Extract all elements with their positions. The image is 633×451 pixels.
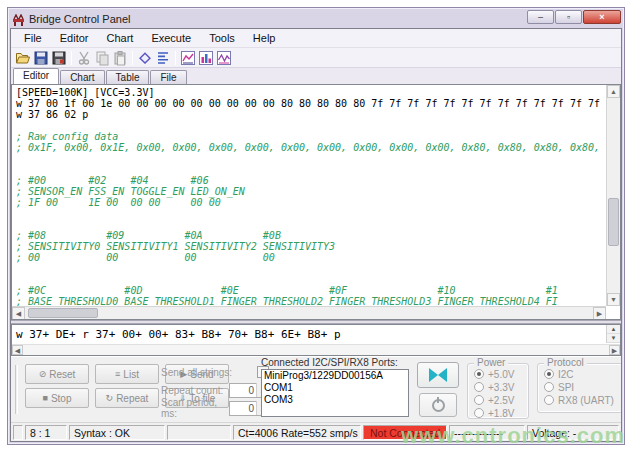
- code-editor[interactable]: [SPEED=100K] [VCC=3.3V] w 37 00 1f 00 1e…: [11, 84, 621, 320]
- open-icon[interactable]: [14, 49, 32, 66]
- graph-icon-3[interactable]: [215, 49, 233, 66]
- radio-icon: [474, 382, 484, 392]
- port-list-item[interactable]: COM1: [262, 382, 408, 394]
- reset-button[interactable]: ⊘Reset: [25, 364, 89, 384]
- port-list-item[interactable]: COM3: [262, 394, 408, 406]
- command-horizontal-scrollbar[interactable]: ◀ ▶: [12, 344, 620, 355]
- editor-line: [16, 208, 606, 219]
- title-bar[interactable]: Bridge Control Panel – ▫ ×: [10, 10, 622, 28]
- maximize-button[interactable]: ▫: [555, 10, 582, 24]
- toolbar-separator: [132, 51, 133, 65]
- scroll-left-icon[interactable]: ◀: [12, 307, 25, 320]
- connect-icon: [429, 368, 438, 382]
- menu-tools[interactable]: Tools: [200, 30, 244, 46]
- tab-file[interactable]: File: [150, 70, 186, 84]
- protocol-group: Protocol I2C SPI RX8 (UART): [537, 363, 622, 413]
- editor-line: [16, 120, 606, 131]
- radio-icon: [544, 395, 554, 405]
- menu-chart[interactable]: Chart: [97, 30, 142, 46]
- save-icon[interactable]: [32, 49, 50, 66]
- editor-line: ; 1F 00 1E 00 00 00 00 00: [16, 197, 606, 208]
- radio-3v3[interactable]: +3.3V: [474, 381, 528, 393]
- copy-icon[interactable]: [93, 49, 111, 66]
- editor-line: ; SENSITIVITY0 SENSITIVITY1 SENSITIVITY2…: [16, 241, 606, 252]
- command-spinner[interactable]: ▲ ▼: [606, 325, 620, 343]
- toolbar-separator: [71, 51, 72, 65]
- radio-icon: [474, 408, 484, 418]
- repeat-icon: ↻: [106, 393, 114, 403]
- client-area: File Editor Chart Execute Tools Help: [10, 28, 622, 442]
- status-empty-cell: [167, 425, 231, 440]
- status-dashes: --------------: [449, 425, 525, 440]
- scroll-right-icon[interactable]: ▶: [593, 307, 606, 320]
- status-ratio: 8 : 1: [25, 425, 67, 440]
- radio-selected-icon: [474, 369, 484, 379]
- menu-file[interactable]: File: [15, 30, 51, 46]
- status-connection-badge: Not Connected: [363, 425, 447, 440]
- repeat-count-value[interactable]: 0: [230, 385, 256, 396]
- editor-line: ; Raw config data: [16, 131, 606, 142]
- scroll-thumb[interactable]: [608, 198, 619, 246]
- editor-line: [16, 274, 606, 285]
- radio-2v5[interactable]: +2.5V: [474, 394, 528, 406]
- menu-editor[interactable]: Editor: [51, 30, 98, 46]
- cut-icon[interactable]: [75, 49, 93, 66]
- paste-icon[interactable]: [111, 49, 129, 66]
- editor-line: ; 00 00 00 00: [16, 252, 606, 263]
- editor-line: ; 0x1F, 0x00, 0x1E, 0x00, 0x00, 0x00, 0x…: [16, 142, 606, 153]
- spin-down-icon[interactable]: ▼: [607, 334, 620, 343]
- tab-bar: Editor Chart Table File: [11, 68, 621, 84]
- editor-vertical-scrollbar[interactable]: ▲ ▼: [606, 85, 620, 306]
- radio-rx8-uart[interactable]: RX8 (UART): [544, 394, 622, 406]
- save-all-icon[interactable]: [50, 49, 68, 66]
- ports-section: Connected I2C/SPI/RX8 Ports: MiniProg3/1…: [261, 357, 411, 417]
- editor-line: ; BASE_THRESHOLD0 BASE_THRESHOLD1 FINGER…: [16, 296, 606, 306]
- list-view-icon[interactable]: [154, 49, 172, 66]
- scroll-down-icon[interactable]: ▼: [607, 293, 620, 306]
- radio-1v8[interactable]: +1.8V: [474, 407, 528, 419]
- repeat-button[interactable]: ↻Repeat: [95, 388, 159, 408]
- ports-listbox[interactable]: MiniProg3/1229DD00156A COM1 COM3: [261, 369, 409, 417]
- minimize-button[interactable]: –: [527, 10, 554, 24]
- scroll-right-icon[interactable]: ▶: [609, 345, 620, 355]
- port-list-item[interactable]: MiniProg3/1229DD00156A: [262, 370, 408, 382]
- panel-grip: [15, 365, 18, 414]
- tab-chart[interactable]: Chart: [60, 70, 104, 84]
- menu-execute[interactable]: Execute: [142, 30, 200, 46]
- menu-help[interactable]: Help: [244, 30, 285, 46]
- graph-icon-1[interactable]: [179, 49, 197, 66]
- radio-5v[interactable]: +5.0V: [474, 368, 528, 380]
- stop-button[interactable]: ■Stop: [25, 388, 89, 408]
- graph-icon-2[interactable]: [197, 49, 215, 66]
- editor-horizontal-scrollbar[interactable]: ◀ ▶: [12, 306, 606, 319]
- radio-i2c[interactable]: I2C: [544, 368, 622, 380]
- power-toggle-button[interactable]: [419, 393, 457, 417]
- editor-line: [16, 164, 606, 175]
- editor-line: [16, 263, 606, 274]
- connect-button[interactable]: [417, 362, 459, 388]
- status-sample-rate: Ct=4006 Rate=552 smp/s: [233, 425, 361, 440]
- toolbar-separator: [175, 51, 176, 65]
- command-input[interactable]: w 37+ DE+ r 37+ 00+ 00+ 83+ B8+ 70+ B8+ …: [11, 324, 621, 356]
- scan-period-value[interactable]: 0: [230, 403, 256, 414]
- list-icon: ≡: [115, 369, 120, 379]
- tab-table[interactable]: Table: [106, 70, 150, 84]
- screenshot: Bridge Control Panel – ▫ × File Editor C…: [0, 0, 633, 451]
- list-button[interactable]: ≡List: [95, 364, 159, 384]
- close-button[interactable]: ×: [583, 10, 621, 24]
- tab-editor[interactable]: Editor: [13, 68, 59, 84]
- validate-icon[interactable]: [136, 49, 154, 66]
- status-voltage: Voltage: -: [527, 425, 619, 440]
- editor-text[interactable]: [SPEED=100K] [VCC=3.3V] w 37 00 1f 00 1e…: [12, 85, 606, 306]
- editor-line: ; #00 #02 #04 #06: [16, 175, 606, 186]
- spin-up-icon[interactable]: ▲: [607, 325, 620, 334]
- editor-line: [16, 219, 606, 230]
- editor-line: [SPEED=100K] [VCC=3.3V]: [16, 87, 606, 98]
- app-window: Bridge Control Panel – ▫ × File Editor C…: [7, 7, 625, 445]
- stop-icon: ■: [42, 393, 47, 403]
- radio-spi[interactable]: SPI: [544, 381, 622, 393]
- scroll-left-icon[interactable]: ◀: [12, 345, 23, 355]
- command-text[interactable]: w 37+ DE+ r 37+ 00+ 00+ 83+ B8+ 70+ B8+ …: [16, 328, 604, 341]
- scroll-thumb[interactable]: [28, 308, 98, 318]
- scroll-up-icon[interactable]: ▲: [607, 85, 620, 98]
